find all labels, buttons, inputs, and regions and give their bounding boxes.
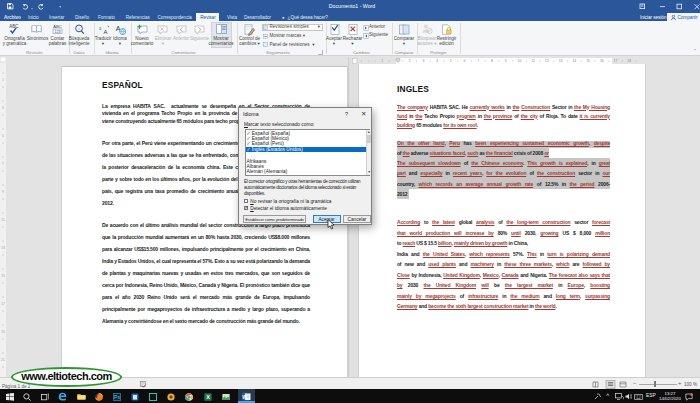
svg-text:2: 2 <box>409 59 411 63</box>
svg-text:5: 5 <box>2 134 4 138</box>
svg-text:7: 7 <box>2 162 4 166</box>
svg-text:1: 1 <box>2 78 4 82</box>
svg-text:ABC: ABC <box>53 24 62 29</box>
svg-text:17: 17 <box>614 59 618 63</box>
svg-text:X: X <box>206 394 210 400</box>
svg-text:13: 13 <box>1 246 5 250</box>
svg-text:9: 9 <box>2 190 4 194</box>
svg-text:ABC: ABC <box>9 24 19 29</box>
svg-text:17: 17 <box>1 302 5 306</box>
svg-text:13: 13 <box>559 59 563 63</box>
svg-text:i: i <box>79 26 80 31</box>
svg-text:3: 3 <box>422 59 424 63</box>
svg-text:18: 18 <box>627 59 631 63</box>
svg-text:21: 21 <box>1 358 5 362</box>
svg-text:a: a <box>99 25 102 31</box>
svg-text:3: 3 <box>2 106 4 110</box>
svg-text:A: A <box>103 29 107 35</box>
svg-text:8: 8 <box>491 59 493 63</box>
svg-text:1: 1 <box>381 59 383 63</box>
svg-text:15: 15 <box>1 274 5 278</box>
svg-text:4: 4 <box>436 59 438 63</box>
svg-text:16: 16 <box>600 59 604 63</box>
svg-text:6: 6 <box>464 59 466 63</box>
svg-text:15: 15 <box>586 59 590 63</box>
svg-text:123: 123 <box>55 30 61 34</box>
svg-text:11: 11 <box>1 218 5 222</box>
svg-text:7: 7 <box>477 59 479 63</box>
svg-text:10: 10 <box>518 59 522 63</box>
svg-text:5: 5 <box>450 59 452 63</box>
svg-text:19: 19 <box>1 330 5 334</box>
svg-text:W: W <box>242 393 247 399</box>
svg-text:9: 9 <box>505 59 507 63</box>
svg-text:12: 12 <box>545 59 549 63</box>
svg-text:11: 11 <box>531 59 535 63</box>
svg-text:14: 14 <box>572 59 576 63</box>
